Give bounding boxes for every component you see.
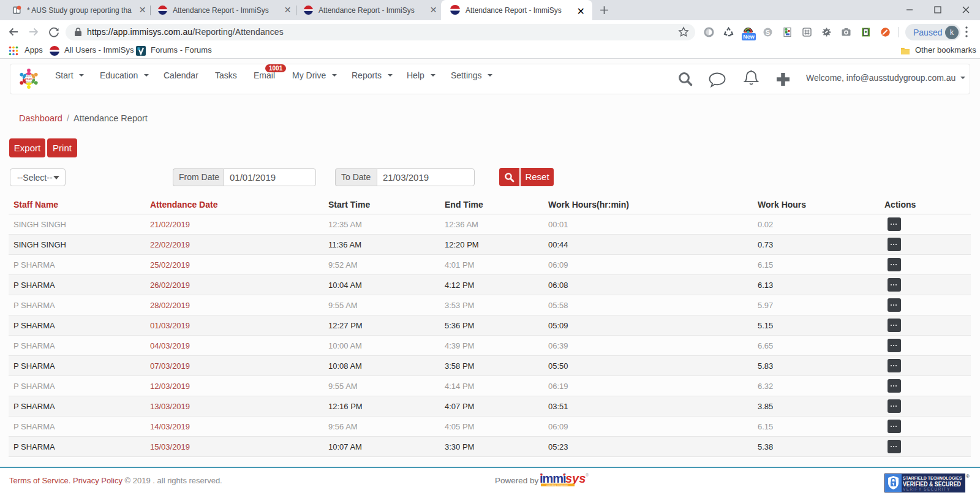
svg-text:®: ®	[586, 473, 589, 477]
svg-text:GROUP: GROUP	[24, 81, 33, 83]
svg-text:sys: sys	[565, 472, 586, 485]
svg-text:extending immigration: extending immigration	[546, 484, 568, 486]
svg-text:immi: immi	[540, 472, 566, 485]
svg-text:S: S	[766, 29, 770, 36]
